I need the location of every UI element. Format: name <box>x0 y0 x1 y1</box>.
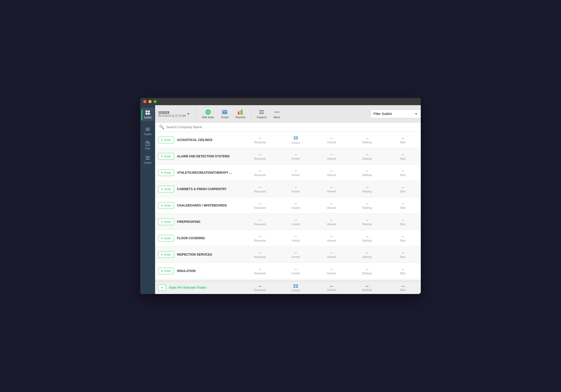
bids-value: -- <box>402 201 404 206</box>
add-subs-button[interactable]: Add Subs <box>198 107 218 120</box>
table-row: + Subs CABINETS & FINISH CARPENTRY -- Re… <box>155 181 421 197</box>
table-row: + Subs ALARM AND DETECTION SYSTEMS -- Re… <box>155 148 421 165</box>
bids-value: -- <box>402 185 404 190</box>
bidding-value: -- <box>366 201 368 206</box>
bidding-value: -- <box>366 251 368 256</box>
search-icon: 🔍 <box>159 125 164 129</box>
bids-label: Bids <box>400 206 405 209</box>
requests-label: Requests <box>254 173 266 177</box>
email-button[interactable]: Email <box>218 107 232 120</box>
trade-name: ALARM AND DETECTION SYSTEMS <box>177 155 230 158</box>
sublist-icon <box>145 110 150 115</box>
invited-cell: -- Invited <box>278 151 314 162</box>
viewed-cell: -- Viewed <box>314 249 349 260</box>
invited-label: Invited <box>292 272 300 275</box>
expand-label: Expand <box>257 116 266 119</box>
subs-button[interactable]: + Subs <box>158 153 174 160</box>
invited-label: Invited <box>292 141 300 144</box>
subs-label: Subs <box>164 138 171 142</box>
invited-cell: -- Invited <box>278 233 314 244</box>
trade-row-left: + Subs CHALKBOARDS / WHITEBOARDS <box>155 200 242 211</box>
trade-name: FLOOR COVERING <box>177 236 205 240</box>
viewed-cell: -- Viewed <box>314 216 349 227</box>
subs-button[interactable]: + Subs <box>158 251 174 258</box>
subs-button[interactable]: + Subs <box>158 219 174 225</box>
requests-cell: -- Requests <box>242 265 278 277</box>
add-subs-icon <box>205 109 211 115</box>
expand-button[interactable]: Expand <box>253 107 270 120</box>
trade-row-left: + Subs INSULATION <box>155 266 242 276</box>
requests-cell: -- Requests <box>242 233 278 244</box>
subs-button[interactable]: + Subs <box>158 169 174 176</box>
bids-cell: -- Bids <box>385 265 421 277</box>
sidebar-item-files[interactable]: Files <box>141 139 154 152</box>
plus-icon: + <box>161 236 163 240</box>
trade-row-left: + Subs ALARM AND DETECTION SYSTEMS <box>155 151 242 162</box>
subs-button[interactable]: + Subs <box>158 268 174 274</box>
trade-name: ATHLETIC/RECREATION/THERAPY ... <box>177 171 232 175</box>
trade-row-left: + Subs ACOUSTICAL CEILINGS <box>155 135 242 145</box>
subs-button[interactable]: + Subs <box>158 137 174 143</box>
svg-rect-3 <box>148 113 150 115</box>
footer-viewed-value: -- <box>330 284 333 288</box>
trade-name: INSULATION <box>177 269 196 273</box>
bidding-cell: -- Bidding <box>349 216 385 227</box>
bids-label: Bids <box>400 173 405 177</box>
bids-value: -- <box>402 152 404 157</box>
footer-viewed-cell: -- Viewed <box>314 284 349 291</box>
reports-button[interactable]: Reports <box>232 107 249 120</box>
footer-invited-cell: 22 Invited <box>278 284 314 292</box>
viewed-label: Viewed <box>327 141 336 144</box>
footer-left: + Subs Per Selected Trades <box>155 282 242 293</box>
bidding-value: -- <box>366 218 368 223</box>
subs-button[interactable]: + Subs <box>158 202 174 209</box>
viewed-value: -- <box>330 185 332 190</box>
sidebar-item-sublist[interactable]: Sublist <box>141 108 154 121</box>
invited-label: Invited <box>292 173 300 177</box>
svg-rect-0 <box>146 111 147 112</box>
plus-icon: + <box>161 253 163 257</box>
viewed-label: Viewed <box>327 206 336 209</box>
subs-label: Subs <box>164 155 171 158</box>
stats-cells: -- Requests -- Invited -- Viewed -- Bidd… <box>242 233 421 244</box>
sidebar-item-details[interactable]: Details <box>141 153 154 166</box>
bids-label: Bids <box>400 223 405 226</box>
viewed-value: -- <box>330 136 332 141</box>
subs-label: Subs <box>164 171 171 175</box>
footer-subs-button[interactable]: + <box>158 284 166 291</box>
more-icon <box>274 109 280 115</box>
subs-button[interactable]: + Subs <box>158 235 174 242</box>
project-info: 123123 05/10/2023 @ 12:31 AM <box>158 111 186 117</box>
filter-sublist-select[interactable]: Filter Sublist <box>371 110 421 118</box>
project-dropdown-arrow[interactable]: ▼ <box>187 112 190 116</box>
invited-cell: -- Invited <box>278 183 314 195</box>
footer-bidding-value: -- <box>366 284 369 288</box>
search-input[interactable] <box>166 125 417 129</box>
maximize-button[interactable] <box>154 100 157 103</box>
svg-point-10 <box>278 112 279 113</box>
bids-cell: -- Bids <box>385 134 421 146</box>
viewed-cell: -- Viewed <box>314 167 349 178</box>
subs-label: Subs <box>164 187 171 191</box>
main-content: 123123 05/10/2023 @ 12:31 AM ▼ Add Subs <box>155 105 421 294</box>
footer-requests-label: Requests <box>254 288 266 291</box>
table-row: + Subs INSULATION -- Requests -- Invited… <box>155 263 421 279</box>
close-button[interactable] <box>143 100 146 103</box>
footer-bids-label: Bids <box>400 288 405 291</box>
invited-value: -- <box>295 251 297 256</box>
requests-cell: -- Requests <box>242 134 278 146</box>
subs-button[interactable]: + Subs <box>158 186 174 192</box>
subs-label: Subs <box>164 220 171 224</box>
more-button[interactable]: More <box>270 107 284 120</box>
svg-rect-6 <box>240 111 241 115</box>
bids-cell: -- Bids <box>385 216 421 227</box>
minimize-button[interactable] <box>148 100 152 103</box>
requests-label: Requests <box>254 272 266 275</box>
requests-cell: -- Requests <box>242 151 278 162</box>
viewed-cell: -- Viewed <box>314 183 349 195</box>
svg-rect-1 <box>148 111 150 112</box>
stats-cells: -- Requests -- Invited -- Viewed -- Bidd… <box>242 249 421 260</box>
requests-cell: -- Requests <box>242 200 278 211</box>
bidding-label: Bidding <box>362 206 372 209</box>
sidebar-item-trades[interactable]: Trades <box>141 124 154 138</box>
